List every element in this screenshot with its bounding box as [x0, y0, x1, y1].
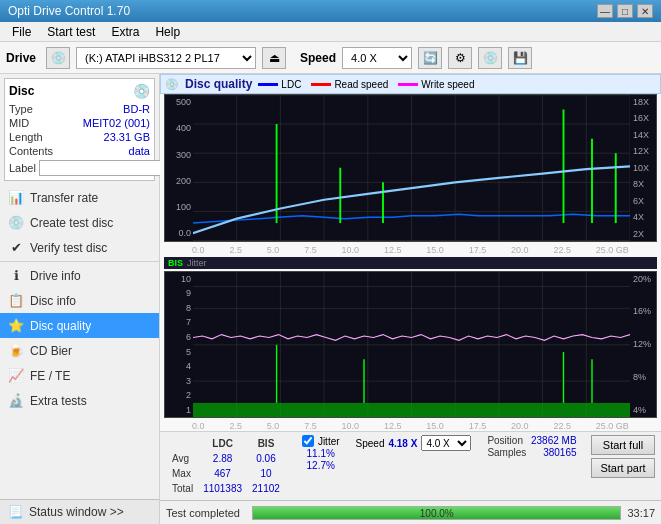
sidebar-item-extra-tests[interactable]: 🔬 Extra tests [0, 388, 159, 413]
cd-bier-icon: 🍺 [8, 343, 24, 358]
disc-info-panel: Disc 💿 Type BD-R MID MEIT02 (001) Length… [4, 78, 155, 181]
jitter-section: Jitter 11.1% 12.7% [302, 435, 340, 471]
app-title: Opti Drive Control 1.70 [8, 4, 130, 18]
drive-info-label: Drive info [30, 269, 81, 283]
content-area: 💿 Disc quality LDC Read speed Write spee… [160, 74, 661, 524]
start-full-button[interactable]: Start full [591, 435, 655, 455]
menu-extra[interactable]: Extra [103, 23, 147, 41]
jitter-header-row: Jitter [302, 435, 340, 447]
samples-value: 380165 [543, 447, 576, 458]
save-button[interactable]: 💾 [508, 47, 532, 69]
sidebar-item-verify-test-disc[interactable]: ✔ Verify test disc [0, 235, 159, 260]
position-label: Position [487, 435, 523, 446]
disc-quality-icon: ⭐ [8, 318, 24, 333]
top-chart-svg [193, 95, 630, 241]
charts-wrapper: 500 400 300 200 100 0.0 [160, 94, 661, 431]
close-button[interactable]: ✕ [637, 4, 653, 18]
stats-avg-label: Avg [168, 452, 197, 465]
progress-text: 100.0% [253, 508, 620, 519]
jitter-avg-val: 11.1% [302, 448, 340, 459]
drive-label: Drive [6, 51, 36, 65]
stats-bis-header: BIS [248, 437, 284, 450]
eject-button[interactable]: ⏏ [262, 47, 286, 69]
menu-bar: File Start test Extra Help [0, 22, 661, 42]
stats-ldc-header: LDC [199, 437, 246, 450]
speed-row: Speed 4.18 X 4.0 X [356, 435, 472, 451]
sidebar-item-fe-te[interactable]: 📈 FE / TE [0, 363, 159, 388]
disc-length-row: Length 23.31 GB [9, 130, 150, 144]
status-window-icon: 📃 [8, 505, 23, 519]
extra-tests-icon: 🔬 [8, 393, 24, 408]
nav-divider-1 [0, 261, 159, 262]
legend-read-color [311, 83, 331, 86]
transfer-rate-icon: 📊 [8, 190, 24, 205]
maximize-button[interactable]: □ [617, 4, 633, 18]
sidebar-item-cd-bier[interactable]: 🍺 CD Bier [0, 338, 159, 363]
drive-selector[interactable]: (K:) ATAPI iHBS312 2 PL17 [76, 47, 256, 69]
bis-label: BIS [168, 258, 183, 268]
sidebar-item-disc-info[interactable]: 📋 Disc info [0, 288, 159, 313]
menu-help[interactable]: Help [147, 23, 188, 41]
stats-total-ldc: 1101383 [199, 482, 246, 495]
transfer-rate-label: Transfer rate [30, 191, 98, 205]
toolbar: Drive 💿 (K:) ATAPI iHBS312 2 PL17 ⏏ Spee… [0, 42, 661, 74]
start-part-button[interactable]: Start part [591, 458, 655, 478]
settings-button[interactable]: ⚙ [448, 47, 472, 69]
bottom-chart-area [193, 272, 630, 418]
verify-test-disc-icon: ✔ [8, 240, 24, 255]
disc-label-input[interactable] [39, 160, 172, 176]
drive-info-icon: ℹ [8, 268, 24, 283]
drive-icon-button[interactable]: 💿 [46, 47, 70, 69]
disc-type-key: Type [9, 103, 33, 115]
title-bar: Opti Drive Control 1.70 — □ ✕ [0, 0, 661, 22]
stats-max-bis: 10 [248, 467, 284, 480]
extra-tests-label: Extra tests [30, 394, 87, 408]
create-test-disc-label: Create test disc [30, 216, 113, 230]
disc-quality-label: Disc quality [30, 319, 91, 333]
chart-title: Disc quality [185, 77, 252, 91]
sidebar-item-transfer-rate[interactable]: 📊 Transfer rate [0, 185, 159, 210]
jitter-checkbox[interactable] [302, 435, 314, 447]
position-row: Position 23862 MB [487, 435, 576, 446]
bottom-chart-y-labels-left: 10 9 8 7 6 5 4 3 2 1 [165, 272, 193, 418]
bottom-chart-svg [193, 272, 630, 418]
bottom-chart-x-labels: 0.0 2.5 5.0 7.5 10.0 12.5 15.0 17.5 20.0… [164, 421, 657, 431]
disc-contents-val: data [129, 145, 150, 157]
refresh-button[interactable]: 🔄 [418, 47, 442, 69]
legend-write-label: Write speed [421, 79, 474, 90]
disc-label-row: Label 🔍 [9, 160, 150, 176]
position-value: 23862 MB [531, 435, 577, 446]
sidebar: Disc 💿 Type BD-R MID MEIT02 (001) Length… [0, 74, 160, 524]
chart-title-bar: 💿 Disc quality LDC Read speed Write spee… [160, 74, 661, 94]
jitter-label: Jitter [318, 436, 340, 447]
position-section: Position 23862 MB Samples 380165 [487, 435, 576, 458]
stats-total-label: Total [168, 482, 197, 495]
legend-ldc-color [258, 83, 278, 86]
sidebar-item-disc-quality[interactable]: ⭐ Disc quality [0, 313, 159, 338]
stats-total-bis: 21102 [248, 482, 284, 495]
menu-file[interactable]: File [4, 23, 39, 41]
minimize-button[interactable]: — [597, 4, 613, 18]
disc-info-label: Disc info [30, 294, 76, 308]
create-test-disc-icon: 💿 [8, 215, 24, 230]
progress-bar-area: Test completed 100.0% 33:17 [160, 500, 661, 524]
status-window-button[interactable]: 📃 Status window >> [0, 499, 159, 524]
chart-title-icon: 💿 [165, 78, 179, 91]
legend-read-label: Read speed [334, 79, 388, 90]
stats-table: LDC BIS Avg 2.88 0.06 Max 467 10 Total 1… [166, 435, 286, 497]
sidebar-item-drive-info[interactable]: ℹ Drive info [0, 263, 159, 288]
speed-selector[interactable]: 4.0 X 2.0 X 8.0 X [342, 47, 412, 69]
svg-rect-36 [193, 402, 630, 417]
speed-section: Speed 4.18 X 4.0 X [356, 435, 472, 451]
disc-button[interactable]: 💿 [478, 47, 502, 69]
disc-panel-title: Disc [9, 84, 34, 98]
stats-max-ldc: 467 [199, 467, 246, 480]
start-buttons: Start full Start part [591, 435, 655, 478]
legend-write-speed: Write speed [398, 79, 474, 90]
menu-start-test[interactable]: Start test [39, 23, 103, 41]
sidebar-item-create-test-disc[interactable]: 💿 Create test disc [0, 210, 159, 235]
speed-dropdown[interactable]: 4.0 X [421, 435, 471, 451]
cd-bier-label: CD Bier [30, 344, 72, 358]
stats-avg-bis: 0.06 [248, 452, 284, 465]
disc-panel-icon: 💿 [133, 83, 150, 99]
